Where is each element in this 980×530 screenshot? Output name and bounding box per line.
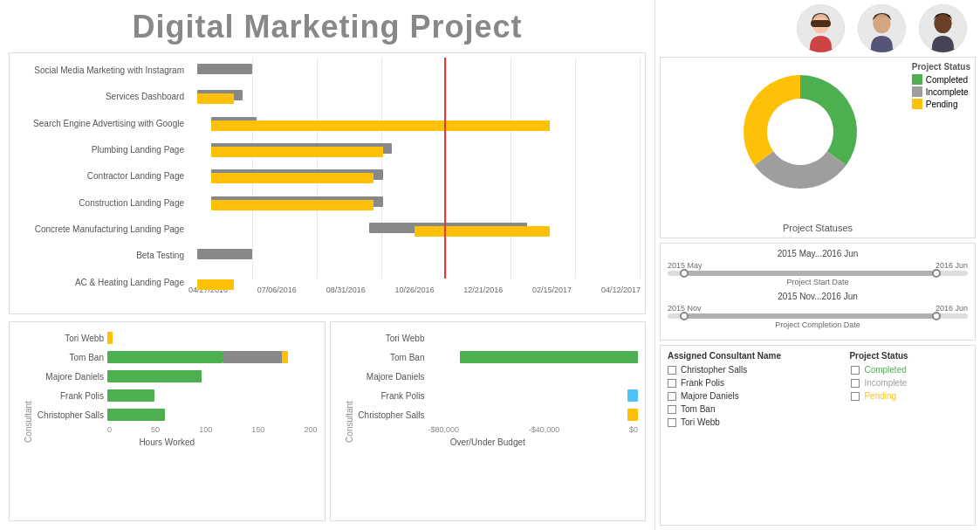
start-date-slider[interactable]: [668, 271, 968, 276]
start-date-fill: [682, 271, 937, 276]
gantt-bar-yellow: [211, 120, 551, 131]
table-status-row: Pending: [851, 391, 968, 401]
completed-label: Completed: [926, 75, 968, 85]
gantt-label: Contractor Landing Page: [14, 164, 184, 189]
table-name-cell: Tori Webb: [681, 417, 842, 427]
table-name-cell: Christopher Salls: [681, 365, 842, 375]
gantt-bar-gray: [197, 64, 251, 74]
table-name-cell: Tom Ban: [681, 404, 842, 414]
table-status-checkbox[interactable]: [851, 392, 860, 401]
budget-bar-label: Majore Daniels: [338, 372, 425, 382]
completion-date-slider[interactable]: [668, 313, 968, 319]
gantt-row: [188, 114, 641, 134]
avatars-row: [660, 4, 976, 52]
legend-pending: Pending: [912, 99, 970, 109]
budget-axis: -$80,000-$40,000$0: [428, 425, 639, 434]
completion-handle-left[interactable]: [680, 312, 689, 320]
hours-bar-label: Majore Daniels: [17, 372, 104, 382]
hours-bar-row: Tori Webb: [17, 329, 318, 347]
budget-bar-row: Tom Ban: [338, 348, 639, 366]
table-status-cell: Pending: [864, 391, 968, 401]
table-checkbox[interactable]: [668, 366, 676, 375]
legend-completed: Completed: [912, 74, 970, 85]
gantt-labels: Social Media Marketing with InstagramSer…: [14, 58, 188, 296]
hours-bar-track: [107, 370, 318, 382]
hours-bar-fill: [107, 370, 202, 382]
donut-segment-completed: [800, 75, 857, 165]
table-checkbox[interactable]: [668, 392, 676, 401]
completion-handle-right[interactable]: [932, 312, 941, 320]
table-left-col: Christopher SallsFrank PolisMajore Danie…: [668, 365, 842, 430]
filters-section: 2015 May...2016 Jun 2015 May 2016 Jun Pr…: [660, 243, 976, 341]
table-status-cell: Incomplete: [864, 378, 968, 388]
budget-bar-label: Tom Ban: [338, 353, 425, 362]
table-row: Christopher Salls: [668, 365, 842, 375]
budget-bar-label: Frank Polis: [338, 391, 425, 401]
table-status-row: Completed: [851, 365, 968, 375]
budget-bar-row: Frank Polis: [338, 387, 639, 404]
svg-rect-3: [811, 20, 831, 27]
table-checkbox[interactable]: [668, 405, 676, 414]
donut-chart-svg: [730, 62, 905, 219]
gantt-label: Concrete Manufacturing Landing Page: [14, 217, 184, 242]
table-checkbox[interactable]: [668, 418, 676, 427]
budget-axis-label: $0: [629, 425, 638, 434]
budget-axis-label: -$40,000: [529, 425, 560, 434]
hours-axis-label: 100: [199, 425, 212, 434]
budget-axis-label: -$80,000: [428, 425, 460, 434]
table-header: Assigned Consultant Name Project Status: [668, 351, 968, 361]
start-date-handle-left[interactable]: [680, 269, 689, 278]
filter-start-dates: 2015 May 2016 Jun: [668, 261, 968, 270]
filter-completion-dates: 2015 Nov 2016 Jun: [668, 304, 968, 313]
gantt-row: [188, 167, 641, 186]
legend-box: Project Status Completed Incomplete Pend…: [912, 62, 970, 111]
hours-bar-fill-gray: [223, 351, 285, 363]
budget-bar-track: [428, 332, 639, 344]
table-status-checkbox[interactable]: [851, 379, 860, 388]
budget-title: Over/Under Budget: [338, 437, 639, 447]
table-name-cell: Majore Daniels: [681, 391, 842, 401]
filter-start-header: 2015 May...2016 Jun: [668, 249, 968, 258]
gantt-bar-yellow: [415, 226, 550, 237]
bottom-charts: Consultant Tori WebbTom BanMajore Daniel…: [9, 321, 646, 521]
budget-bar-row: Christopher Salls: [338, 406, 639, 423]
pending-label: Pending: [926, 100, 958, 109]
gantt-label: Beta Testing: [14, 244, 184, 268]
table-status-checkbox[interactable]: [851, 366, 860, 375]
filter-completion-center: 2015 Nov...2016 Jun: [778, 292, 858, 301]
hours-bar-fill: [107, 389, 154, 402]
gantt-bar-yellow: [211, 200, 373, 210]
gantt-bar-yellow: [211, 173, 373, 183]
budget-bar-row: Majore Daniels: [338, 368, 639, 385]
table-row: Tori Webb: [668, 417, 842, 427]
right-panel: Project Status Completed Incomplete Pend…: [654, 0, 980, 530]
table-two-col: Christopher SallsFrank PolisMajore Danie…: [668, 365, 968, 430]
pending-swatch: [912, 99, 922, 109]
hours-axis: 050100150200: [107, 425, 318, 434]
gantt-label: Construction Landing Page: [14, 191, 184, 216]
table-rows: Christopher SallsFrank PolisMajore Danie…: [668, 365, 968, 430]
gantt-label: Social Media Marketing with Instagram: [14, 59, 184, 83]
table-checkbox[interactable]: [668, 379, 676, 388]
completed-swatch: [912, 74, 922, 85]
col-status-header: Project Status: [849, 351, 968, 361]
table-section: Assigned Consultant Name Project Status …: [660, 345, 976, 526]
hours-bar-track: [107, 389, 318, 402]
donut-segment-incomplete: [754, 151, 846, 189]
filter-start-center: 2015 May...2016 Jun: [778, 249, 859, 258]
table-status-row: Incomplete: [851, 378, 968, 388]
svg-point-11: [935, 14, 952, 33]
donut-segment-pending: [744, 75, 800, 165]
budget-bar-track: [428, 370, 639, 382]
avatar-woman: [797, 4, 845, 52]
table-name-cell: Frank Polis: [681, 378, 842, 388]
col-name-header: Assigned Consultant Name: [668, 351, 845, 361]
hours-bar-label: Tori Webb: [17, 334, 104, 343]
budget-bar-fill: [460, 351, 638, 363]
filter-completion-header: 2015 Nov...2016 Jun: [668, 292, 968, 301]
hours-bar-track: [107, 409, 318, 421]
gantt-bar-yellow: [197, 279, 233, 290]
start-date-handle-right[interactable]: [932, 269, 941, 278]
filter-start-date: 2015 May...2016 Jun 2015 May 2016 Jun Pr…: [668, 249, 968, 286]
hours-title: Hours Worked: [17, 437, 318, 447]
